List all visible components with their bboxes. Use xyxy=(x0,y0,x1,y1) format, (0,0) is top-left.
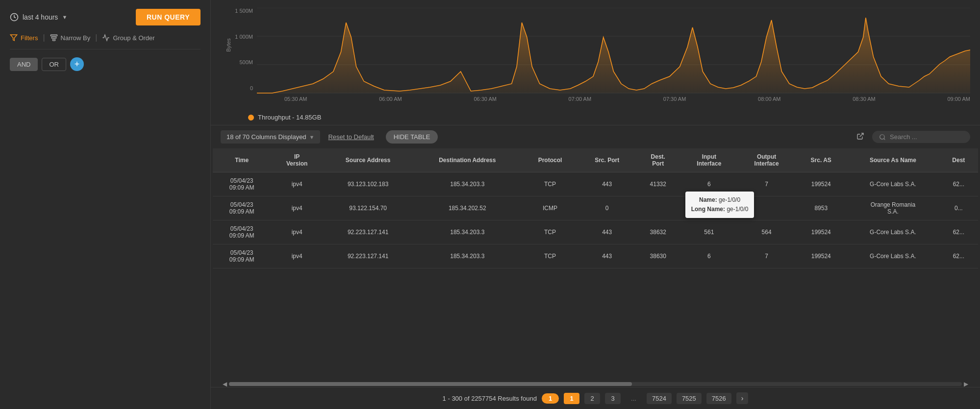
svg-line-9 xyxy=(860,133,863,137)
group-order-icon xyxy=(102,34,110,42)
and-button[interactable]: AND xyxy=(10,58,38,71)
cell-ip-version: ipv4 xyxy=(271,244,323,268)
y-label-0: 0 xyxy=(229,85,253,91)
cell-destination-address: 185.34.203.3 xyxy=(413,220,522,244)
svg-line-11 xyxy=(884,138,885,140)
svg-rect-3 xyxy=(51,37,56,39)
data-table-wrapper[interactable]: Time IPVersion Source Address Destinatio… xyxy=(213,148,978,381)
cell-dest: 62... xyxy=(939,244,978,268)
cell-protocol: TCP xyxy=(522,220,578,244)
cell-output-interface: 7 xyxy=(738,244,795,268)
reset-to-default-link[interactable]: Reset to Default xyxy=(328,133,374,141)
col-src-port: Src. Port xyxy=(578,148,636,172)
horizontal-scrollbar[interactable] xyxy=(229,382,962,386)
cell-ip-version: ipv4 xyxy=(271,196,323,220)
pagination-bar: 1 - 300 of 2257754 Results found 1 1 2 3… xyxy=(211,387,980,409)
main-content: Bytes 1 500M 1 000M 500M 0 xyxy=(211,0,980,409)
chevron-down-icon[interactable]: ▼ xyxy=(62,14,67,20)
cell-source-as-name: G-Core Labs S.A. xyxy=(847,172,939,196)
chevron-down-icon: ▼ xyxy=(309,134,315,140)
svg-point-10 xyxy=(880,134,884,139)
page-7525-button[interactable]: 7525 xyxy=(677,393,702,404)
export-icon[interactable] xyxy=(856,132,864,142)
cell-dest: 0... xyxy=(939,196,978,220)
x-label-0700: 07:00 AM xyxy=(569,96,591,102)
cell-ip-version: ipv4 xyxy=(271,220,323,244)
cell-dest-port: 41332 xyxy=(636,172,680,196)
page-dots: ... xyxy=(626,393,642,404)
toolbar-row: Filters | Narrow By | Group & Order xyxy=(10,33,201,49)
col-ip-version: IPVersion xyxy=(271,148,323,172)
throughput-chart xyxy=(257,8,970,94)
col-src-as: Src. AS xyxy=(795,148,847,172)
col-time: Time xyxy=(213,148,271,172)
throughput-dot xyxy=(248,115,254,120)
page-2-button[interactable]: 2 xyxy=(584,393,600,404)
cell-destination-address: 185.34.203.3 xyxy=(413,244,522,268)
col-input-interface: InputInterface xyxy=(680,148,738,172)
y-label-1500m: 1 500M xyxy=(229,8,253,14)
cell-src-as: 199524 xyxy=(795,220,847,244)
cell-dest-port xyxy=(636,196,680,220)
x-label-0800: 08:00 AM xyxy=(758,96,780,102)
search-input[interactable] xyxy=(890,133,963,141)
cell-dest: 62... xyxy=(939,172,978,196)
cell-src-as: 199524 xyxy=(795,172,847,196)
cell-src-as: 199524 xyxy=(795,244,847,268)
narrow-by-icon xyxy=(50,34,58,42)
cell-time: 05/04/2309:09 AM xyxy=(213,172,271,196)
filters-label: Filters xyxy=(21,34,38,42)
cell-src-port: 443 xyxy=(578,172,636,196)
svg-rect-2 xyxy=(50,35,57,36)
sidebar: last 4 hours ▼ RUN QUERY Filters | Narro… xyxy=(0,0,211,409)
svg-rect-4 xyxy=(52,39,55,41)
filters-button[interactable]: Filters xyxy=(10,34,38,42)
cell-destination-address: 185.34.202.52 xyxy=(413,196,522,220)
tooltip-name-value: ge-1/0/0 xyxy=(719,196,740,203)
cell-dest: 62... xyxy=(939,220,978,244)
svg-marker-1 xyxy=(10,35,17,41)
page-7526-button[interactable]: 7526 xyxy=(706,393,731,404)
cell-source-address: 93.123.102.183 xyxy=(323,172,413,196)
table-section: 18 of 70 Columns Displayed ▼ Reset to De… xyxy=(211,125,980,409)
cell-destination-address: 185.34.203.3 xyxy=(413,172,522,196)
time-selector[interactable]: last 4 hours ▼ xyxy=(10,13,67,22)
narrow-by-label: Narrow By xyxy=(61,34,91,42)
cell-src-as: 8953 xyxy=(795,196,847,220)
cell-time: 05/04/2309:09 AM xyxy=(213,220,271,244)
search-box[interactable] xyxy=(872,131,970,143)
x-label-0600: 06:00 AM xyxy=(379,96,402,102)
columns-selector[interactable]: 18 of 70 Columns Displayed ▼ xyxy=(221,130,320,144)
group-order-button[interactable]: Group & Order xyxy=(102,34,154,42)
x-label-0530: 05:30 AM xyxy=(284,96,307,102)
run-query-button[interactable]: RUN QUERY xyxy=(136,9,201,25)
cell-src-port: 443 xyxy=(578,244,636,268)
page-1-button[interactable]: 1 xyxy=(564,393,579,404)
next-page-button[interactable]: › xyxy=(736,392,749,404)
cell-source-as-name: G-Core Labs S.A. xyxy=(847,244,939,268)
separator2: | xyxy=(95,33,97,42)
cell-input-interface: Name: ge-1/0/0 Long Name: ge-1/0/0 xyxy=(680,196,738,220)
page-7524-button[interactable]: 7524 xyxy=(647,393,672,404)
scroll-left-arrow[interactable]: ◀ xyxy=(221,381,229,387)
cell-dest-port: 38630 xyxy=(636,244,680,268)
col-source-as-name: Source As Name xyxy=(847,148,939,172)
cell-output-interface: 564 xyxy=(738,220,795,244)
narrow-by-button[interactable]: Narrow By xyxy=(50,34,91,42)
chart-svg-area: 05:30 AM 06:00 AM 06:30 AM 07:00 AM 07:3… xyxy=(257,8,970,102)
or-button[interactable]: OR xyxy=(42,58,66,71)
cell-dest-port: 38632 xyxy=(636,220,680,244)
table-row: 05/04/2309:09 AM ipv4 93.123.102.183 185… xyxy=(213,172,978,196)
chart-area: Bytes 1 500M 1 000M 500M 0 xyxy=(211,0,980,125)
cell-protocol: ICMP xyxy=(522,196,578,220)
scroll-right-arrow[interactable]: ▶ xyxy=(962,381,970,387)
cell-ip-version: ipv4 xyxy=(271,172,323,196)
search-icon xyxy=(879,134,886,141)
chart-x-labels: 05:30 AM 06:00 AM 06:30 AM 07:00 AM 07:3… xyxy=(284,96,970,102)
cell-protocol: TCP xyxy=(522,244,578,268)
add-filter-button[interactable]: + xyxy=(70,57,84,71)
horizontal-scrollbar-row: ◀ ▶ xyxy=(211,381,980,387)
page-3-button[interactable]: 3 xyxy=(605,393,621,404)
hide-table-button[interactable]: HIDE TABLE xyxy=(386,130,438,144)
table-row: 05/04/2309:09 AM ipv4 92.223.127.141 185… xyxy=(213,220,978,244)
